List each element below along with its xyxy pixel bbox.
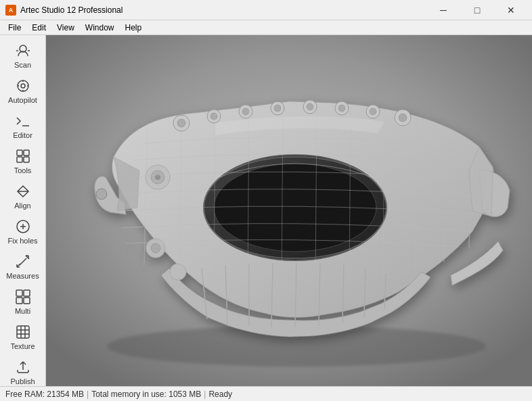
- menubar: FileEditViewWindowHelp: [0, 20, 532, 35]
- titlebar: A Artec Studio 12 Professional ─ □ ✕: [0, 0, 532, 20]
- window-controls: ─ □ ✕: [428, 0, 527, 20]
- total-memory-text: Total memory in use: 1053 MB: [91, 390, 201, 399]
- 3d-mesh-view: [46, 35, 532, 386]
- svg-point-50: [399, 114, 407, 122]
- svg-rect-4: [24, 150, 29, 156]
- svg-rect-8: [16, 290, 22, 296]
- svg-point-46: [338, 105, 345, 112]
- sidebar-label-publish: Publish: [10, 377, 35, 385]
- sidebar-item-multi[interactable]: Multi: [0, 284, 45, 319]
- svg-point-40: [242, 108, 249, 115]
- publish-icon: [14, 358, 32, 376]
- sidebar-item-fixholes[interactable]: Fix holes: [0, 214, 45, 249]
- svg-rect-5: [17, 157, 22, 162]
- svg-point-48: [370, 108, 376, 115]
- multi-icon: [14, 288, 32, 306]
- svg-rect-12: [17, 326, 29, 338]
- sidebar-label-tools: Tools: [14, 166, 32, 174]
- fixholes-icon: [14, 218, 32, 235]
- sidebar-item-publish[interactable]: Publish: [0, 354, 45, 386]
- sidebar-label-align: Align: [14, 202, 30, 210]
- sidebar-item-tools[interactable]: Tools: [0, 143, 45, 179]
- svg-point-42: [274, 105, 281, 112]
- sidebar-item-autopilot[interactable]: Autopilot: [0, 73, 45, 108]
- svg-rect-10: [16, 298, 22, 304]
- status-text: Ready: [208, 390, 232, 399]
- sidebar-item-scan[interactable]: Scan: [0, 38, 45, 73]
- sidebar-item-align[interactable]: Align: [0, 179, 45, 214]
- sidebar-label-autopilot: Autopilot: [8, 96, 37, 104]
- scan-icon: [14, 42, 32, 60]
- svg-rect-9: [24, 290, 30, 296]
- close-button[interactable]: ✕: [495, 0, 527, 20]
- svg-point-2: [21, 84, 25, 88]
- separator-2: |: [204, 390, 206, 399]
- svg-point-51: [96, 189, 107, 199]
- sidebar-label-texture: Texture: [10, 342, 35, 350]
- separator-1: |: [87, 390, 89, 399]
- menu-edit[interactable]: Edit: [26, 22, 51, 34]
- menu-help[interactable]: Help: [120, 22, 148, 34]
- sidebar-label-scan: Scan: [14, 61, 31, 69]
- app-icon: A: [5, 5, 16, 16]
- svg-rect-6: [24, 157, 29, 162]
- menu-view[interactable]: View: [51, 22, 80, 34]
- svg-point-56: [151, 243, 160, 253]
- texture-icon: [14, 323, 32, 341]
- align-icon: [14, 183, 32, 200]
- sidebar-item-measures[interactable]: Measures: [0, 249, 45, 284]
- autopilot-icon: [14, 77, 32, 95]
- sidebar-label-editor: Editor: [13, 131, 32, 139]
- svg-point-57: [170, 264, 186, 280]
- sidebar-label-multi: Multi: [15, 307, 30, 315]
- sidebar-item-editor[interactable]: Editor: [0, 108, 45, 143]
- menu-window[interactable]: Window: [80, 22, 120, 34]
- main-area: ScanAutopilotEditorToolsAlignFix holesMe…: [0, 35, 532, 386]
- sidebar: ScanAutopilotEditorToolsAlignFix holesMe…: [0, 35, 46, 386]
- svg-point-44: [307, 103, 313, 110]
- app-title: Artec Studio 12 Professional: [20, 5, 428, 15]
- svg-rect-3: [17, 150, 22, 156]
- statusbar: Free RAM: 21354 MB | Total memory in use…: [0, 386, 532, 401]
- svg-point-1: [18, 80, 28, 91]
- sidebar-item-texture[interactable]: Texture: [0, 319, 45, 354]
- sidebar-label-fixholes: Fix holes: [7, 237, 37, 245]
- minimize-button[interactable]: ─: [428, 0, 459, 20]
- editor-icon: [14, 112, 32, 130]
- viewport[interactable]: [46, 35, 532, 386]
- svg-rect-11: [24, 298, 30, 304]
- sidebar-label-measures: Measures: [6, 272, 39, 280]
- svg-point-38: [210, 113, 217, 120]
- menu-file[interactable]: File: [3, 22, 26, 34]
- tools-icon: [14, 147, 32, 165]
- measures-icon: [14, 253, 32, 270]
- free-ram-text: Free RAM: 21354 MB: [5, 390, 84, 399]
- maximize-button[interactable]: □: [462, 0, 493, 20]
